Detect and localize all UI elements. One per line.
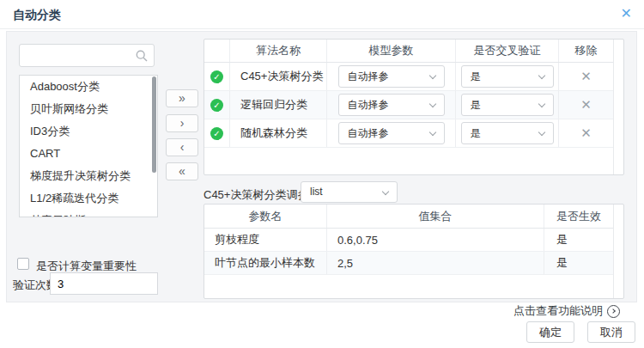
header-algorithm-name: 算法名称: [230, 40, 327, 62]
ok-button[interactable]: 确定: [526, 321, 574, 343]
header-active: 是否生效: [544, 205, 613, 228]
validation-count-field: [50, 272, 158, 295]
chevron-down-icon: [538, 72, 544, 79]
dropdown-value: 自动择参: [348, 70, 389, 82]
table-header-row: 算法名称 模型参数 是否交叉验证 移除: [204, 40, 613, 63]
dropdown-value: 自动择参: [348, 127, 389, 139]
header-status: [204, 40, 230, 62]
validation-count-input[interactable]: [51, 273, 157, 294]
chevron-down-icon: [428, 101, 435, 107]
param-row-pruning: 剪枝程度 0.6,0.75 是: [204, 229, 613, 252]
list-item-gbdt[interactable]: 梯度提升决策树分类: [20, 165, 157, 187]
remove-icon[interactable]: ✕: [580, 69, 592, 84]
param-values: 2,5: [327, 252, 544, 274]
success-check-icon: ✓: [210, 127, 223, 140]
chevron-down-icon: [538, 129, 544, 136]
param-name: 剪枝程度: [204, 229, 327, 251]
algorithm-name: C45+决策树分类: [230, 63, 327, 90]
search-input[interactable]: [20, 45, 154, 66]
dropdown-value: 是: [471, 70, 481, 82]
table-row-c45: ✓ C45+决策树分类 自动择参 是 ✕: [204, 63, 613, 91]
dialog-titlebar: [0, 0, 644, 29]
remove-icon[interactable]: ✕: [580, 125, 592, 141]
param-active: 是: [544, 229, 613, 251]
algorithm-search-box: [19, 44, 155, 67]
table-row-random-forest: ✓ 随机森林分类 自动择参 是 ✕: [204, 119, 613, 148]
help-link[interactable]: 点击查看功能说明: [513, 303, 620, 319]
cancel-button[interactable]: 取消: [587, 321, 635, 343]
list-item-adaboost[interactable]: Adaboost分类: [20, 76, 157, 98]
tuning-method-select[interactable]: list: [301, 181, 398, 203]
tuning-params-table: 参数名 值集合 是否生效 剪枝程度 0.6,0.75 是 叶节点的最小样本数 2…: [204, 204, 624, 299]
dropdown-value: 自动择参: [348, 99, 389, 111]
success-check-icon: ✓: [210, 99, 223, 112]
header-remove: 移除: [559, 40, 613, 62]
move-left-button[interactable]: ‹: [166, 138, 198, 156]
help-link-label: 点击查看功能说明: [513, 303, 603, 319]
move-right-button[interactable]: ›: [166, 114, 198, 132]
param-values: 0.6,0.75: [327, 229, 544, 251]
close-icon[interactable]: ✕: [621, 6, 632, 21]
chevron-down-icon: [538, 101, 544, 107]
search-icon: [136, 50, 148, 62]
list-scrollbar-thumb[interactable]: [152, 76, 156, 173]
param-row-min-leaf-samples: 叶节点的最小样本数 2,5 是: [204, 252, 613, 275]
move-all-left-button[interactable]: «: [166, 162, 198, 180]
compute-importance-checkbox[interactable]: [17, 258, 29, 270]
dropdown-value: 是: [471, 127, 481, 139]
param-name: 叶节点的最小样本数: [204, 252, 327, 274]
model-params-select[interactable]: 自动择参: [338, 65, 445, 88]
chevron-down-icon: [428, 129, 435, 136]
model-params-select[interactable]: 自动择参: [338, 122, 445, 144]
header-cross-validation: 是否交叉验证: [456, 40, 559, 62]
list-item-bayes-network[interactable]: 贝叶斯网络分类: [20, 98, 157, 120]
dropdown-value: 是: [471, 99, 481, 111]
chevron-down-icon: [382, 188, 389, 195]
dropdown-value: list: [310, 186, 323, 198]
success-check-icon: ✓: [210, 70, 223, 83]
header-param-name: 参数名: [204, 205, 327, 228]
chevron-down-icon: [428, 72, 435, 79]
list-item-l12[interactable]: L1/2稀疏迭代分类: [20, 187, 157, 210]
remove-icon[interactable]: ✕: [580, 97, 592, 113]
algorithm-name: 逻辑回归分类: [230, 91, 327, 119]
algorithm-name: 随机森林分类: [230, 119, 327, 147]
table-header-row: 参数名 值集合 是否生效: [204, 205, 613, 229]
cross-validation-select[interactable]: 是: [461, 65, 554, 88]
algorithm-list: Adaboost分类 贝叶斯网络分类 ID3分类 CART 梯度提升决策树分类 …: [19, 75, 158, 217]
list-item-id3[interactable]: ID3分类: [20, 120, 157, 143]
move-all-right-button[interactable]: »: [166, 89, 198, 107]
circle-arrow-right-icon: [607, 305, 620, 318]
list-item-naive-bayes[interactable]: 朴素贝叶斯: [20, 210, 157, 217]
dialog-title: 自动分类: [13, 8, 61, 23]
param-active: 是: [544, 252, 613, 274]
cross-validation-select[interactable]: 是: [461, 122, 554, 144]
model-params-select[interactable]: 自动择参: [338, 94, 445, 116]
header-model-params: 模型参数: [327, 40, 456, 62]
cross-validation-select[interactable]: 是: [461, 94, 554, 116]
table-row-logistic: ✓ 逻辑回归分类 自动择参 是 ✕: [204, 91, 613, 119]
list-item-cart[interactable]: CART: [20, 143, 157, 165]
header-value-set: 值集合: [327, 205, 544, 228]
selected-algorithms-table: 算法名称 模型参数 是否交叉验证 移除 ✓ C45+决策树分类 自动择参 是 ✕: [204, 39, 624, 175]
